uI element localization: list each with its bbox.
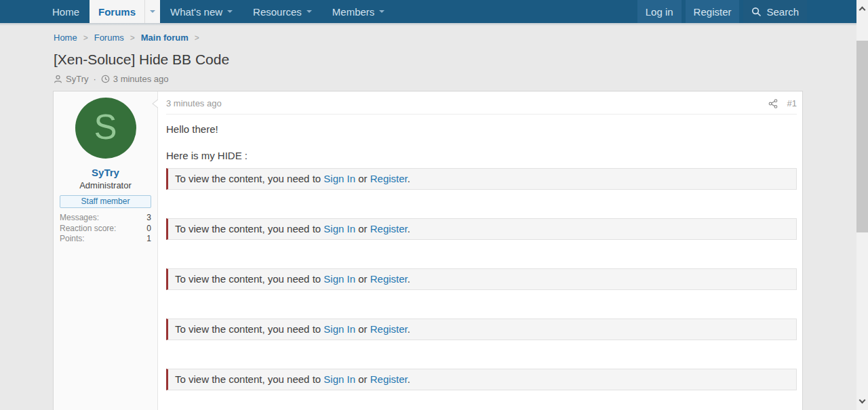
hide-bbcode-block: To view the content, you need to Sign In… bbox=[166, 168, 797, 190]
post-paragraph: Hello there! bbox=[166, 123, 797, 136]
user-stats: Messages: 3 Reaction score: 0 Points: 1 bbox=[60, 213, 151, 245]
breadcrumb-forums[interactable]: Forums bbox=[94, 33, 124, 43]
nav-item-label: Forums bbox=[90, 0, 144, 23]
hide-bbcode-block: To view the content, you need to Sign In… bbox=[166, 218, 797, 240]
search-icon bbox=[751, 7, 762, 17]
sign-in-link[interactable]: Sign In bbox=[323, 273, 355, 285]
register-link[interactable]: Register bbox=[370, 173, 408, 184]
register-button[interactable]: Register bbox=[686, 0, 740, 23]
sign-in-link[interactable]: Sign In bbox=[323, 323, 355, 335]
register-link[interactable]: Register bbox=[370, 223, 408, 234]
share-icon[interactable] bbox=[768, 99, 778, 108]
nav-shadow-strip bbox=[0, 23, 856, 26]
post-paragraph: Here is my HIDE : bbox=[166, 149, 797, 162]
nav-item-whats-new[interactable]: What's new bbox=[160, 0, 243, 23]
breadcrumb-main-forum[interactable]: Main forum bbox=[141, 33, 189, 43]
post-date-link[interactable]: 3 minutes ago bbox=[166, 98, 222, 108]
stat-row-messages: Messages: 3 bbox=[60, 213, 151, 224]
chevron-down-icon bbox=[150, 10, 155, 13]
chevron-down-icon bbox=[379, 10, 384, 13]
register-link[interactable]: Register bbox=[370, 373, 408, 385]
nav-item-forums[interactable]: Forums bbox=[90, 0, 160, 23]
post-username-link[interactable]: SyTry bbox=[54, 167, 157, 178]
stat-row-points: Points: 1 bbox=[60, 234, 151, 245]
breadcrumb: Home > Forums > Main forum > bbox=[54, 33, 803, 43]
avatar[interactable]: S bbox=[75, 98, 136, 159]
top-navigation: Home Forums What's new Resources Members… bbox=[0, 0, 856, 23]
chevron-right-icon: > bbox=[83, 33, 88, 43]
staff-member-banner: Staff member bbox=[60, 195, 151, 208]
nav-item-label: Home bbox=[52, 6, 79, 18]
register-link[interactable]: Register bbox=[370, 273, 408, 285]
scroll-up-icon[interactable] bbox=[859, 7, 866, 14]
breadcrumb-home[interactable]: Home bbox=[54, 33, 77, 43]
user-role: Administrator bbox=[54, 180, 157, 190]
nav-main-items: Home Forums What's new Resources Members bbox=[42, 0, 395, 23]
thread-date[interactable]: 3 minutes ago bbox=[113, 74, 169, 84]
hide-bbcode-block: To view the content, you need to Sign In… bbox=[166, 268, 797, 290]
sign-in-link[interactable]: Sign In bbox=[323, 223, 355, 234]
message-pointer bbox=[153, 99, 159, 108]
register-link[interactable]: Register bbox=[370, 323, 408, 335]
post-message-cell: 3 minutes ago #1 Hello there! Here is my… bbox=[158, 91, 802, 410]
stat-row-reaction-score: Reaction score: 0 bbox=[60, 224, 151, 234]
sign-in-link[interactable]: Sign In bbox=[323, 373, 355, 385]
hide-bbcode-block: To view the content, you need to Sign In… bbox=[166, 319, 797, 340]
hide-bbcode-block: To view the content, you need to Sign In… bbox=[166, 369, 797, 390]
scrollbar-thumb[interactable] bbox=[856, 41, 868, 232]
sign-in-link[interactable]: Sign In bbox=[323, 173, 355, 184]
user-icon bbox=[54, 75, 62, 83]
nav-item-resources[interactable]: Resources bbox=[243, 0, 322, 23]
post-header-actions: #1 bbox=[768, 98, 797, 108]
thread-meta: SyTry · 3 minutes ago bbox=[54, 74, 803, 84]
nav-item-members[interactable]: Members bbox=[322, 0, 395, 23]
nav-account-items: Log in Register Search bbox=[637, 0, 807, 23]
forums-dropdown-toggle[interactable] bbox=[144, 0, 160, 23]
nav-item-label: Resources bbox=[253, 6, 302, 18]
post-user-cell: S SyTry Administrator Staff member Messa… bbox=[54, 91, 158, 410]
post-1: S SyTry Administrator Staff member Messa… bbox=[53, 91, 803, 410]
log-in-button[interactable]: Log in bbox=[637, 0, 682, 23]
chevron-down-icon bbox=[307, 10, 312, 13]
vertical-scrollbar[interactable] bbox=[856, 0, 868, 410]
meta-separator: · bbox=[93, 74, 96, 84]
post-number-link[interactable]: #1 bbox=[787, 98, 797, 108]
post-body: Hello there! Here is my HIDE : To view t… bbox=[166, 123, 797, 390]
thread-author-link[interactable]: SyTry bbox=[66, 74, 88, 84]
nav-item-label: What's new bbox=[170, 6, 222, 18]
nav-item-label: Members bbox=[332, 6, 375, 18]
clock-icon bbox=[101, 75, 110, 83]
chevron-down-icon bbox=[227, 10, 233, 13]
post-header: 3 minutes ago #1 bbox=[166, 98, 797, 115]
thread-title: [Xen-Soluce] Hide BB Code bbox=[54, 52, 803, 68]
nav-item-home[interactable]: Home bbox=[42, 0, 90, 23]
page-header: Home > Forums > Main forum > [Xen-Soluce… bbox=[54, 33, 803, 84]
chevron-right-icon: > bbox=[130, 33, 135, 43]
chevron-right-icon: > bbox=[195, 33, 199, 43]
search-button[interactable]: Search bbox=[743, 0, 807, 23]
scroll-down-icon[interactable] bbox=[859, 397, 866, 404]
